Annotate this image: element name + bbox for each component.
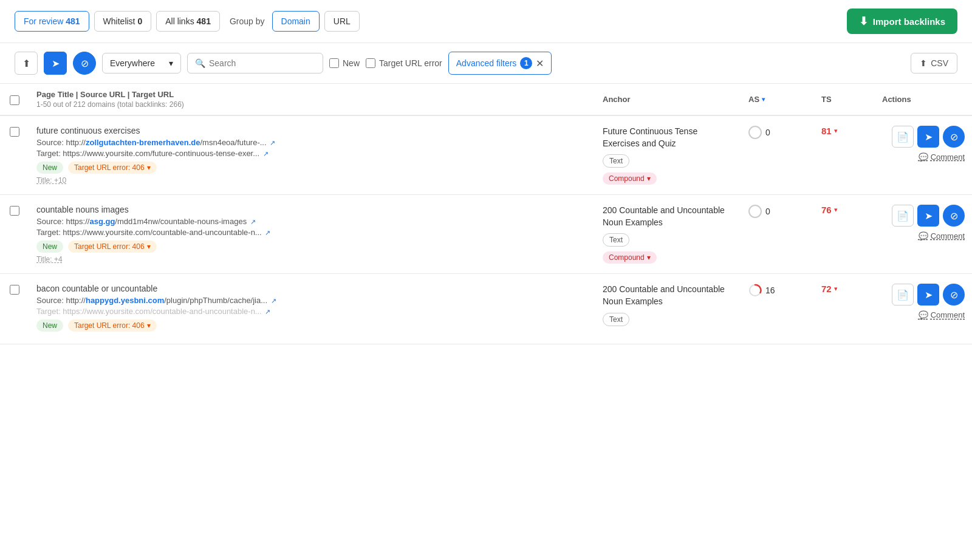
row3-anchor-type: Text: [603, 313, 629, 326]
row1-tag-error[interactable]: Target URL error: 406 ▾: [68, 162, 157, 174]
advanced-filters-button[interactable]: Advanced filters 1 ✕: [448, 52, 552, 75]
tab-all-links[interactable]: All links 481: [156, 11, 220, 32]
row2-block-icon-btn[interactable]: ⊘: [943, 205, 965, 227]
table-row: countable nouns images Source: https://a…: [0, 195, 972, 274]
csv-upload-icon: ⬆: [920, 58, 927, 68]
block-icon: ⊘: [81, 58, 89, 69]
row2-source-domain[interactable]: asg.gg: [89, 217, 115, 226]
new-filter-text: New: [343, 58, 360, 68]
row2-tag-error-text: Target URL error: 406: [74, 242, 145, 251]
row2-checkbox[interactable]: [10, 206, 19, 216]
tab-for-review-count: 481: [66, 16, 80, 26]
everywhere-label: Everywhere: [110, 58, 155, 68]
tab-all-links-count: 481: [197, 16, 211, 26]
import-backlinks-label: Import backlinks: [873, 16, 945, 27]
row1-comment-text: Comment: [931, 152, 965, 162]
row3-actions-cell: 📄 ➤ ⊘ 💬 Comment: [875, 284, 972, 319]
row3-as-count: 16: [765, 285, 775, 295]
row1-tags: New Target URL error: 406 ▾: [36, 162, 588, 174]
row2-anchor-title: 200 Countable and Uncountable Noun Examp…: [603, 205, 734, 228]
row3-comment-text: Comment: [931, 310, 965, 319]
tab-whitelist[interactable]: Whitelist 0: [94, 11, 152, 32]
row2-actions-cell: 📄 ➤ ⊘ 💬 Comment: [875, 205, 972, 241]
everywhere-dropdown[interactable]: Everywhere ▾: [102, 53, 181, 73]
ext-link-icon[interactable]: ↗: [270, 139, 275, 146]
row2-anchor-cell: 200 Countable and Uncountable Noun Examp…: [595, 205, 741, 264]
block-icon-btn[interactable]: ⊘: [73, 52, 96, 75]
row2-title-plus[interactable]: Title: +4: [36, 255, 588, 264]
row3-comment-link[interactable]: 💬 Comment: [919, 310, 965, 319]
row1-ts-val: 81: [821, 126, 832, 136]
table-row: future continuous exercises Source: http…: [0, 116, 972, 195]
new-filter-checkbox[interactable]: [329, 58, 339, 68]
row1-anchor-cell: Future Continuous Tense Exercises and Qu…: [595, 126, 741, 185]
row1-block-icon-btn[interactable]: ⊘: [943, 126, 965, 148]
ext-link-icon-3[interactable]: ↗: [250, 218, 256, 225]
export-icon-btn[interactable]: ⬆: [15, 52, 38, 75]
row1-actions-cell: 📄 ➤ ⊘ 💬 Comment: [875, 126, 972, 162]
row1-doc-icon-btn[interactable]: 📄: [892, 126, 914, 148]
row2-anchor-type: Text: [603, 233, 629, 247]
row1-target-url: Target: https://www.yoursite.com/future-…: [36, 149, 588, 158]
row1-send-icon-btn[interactable]: ➤: [917, 126, 939, 148]
row3-doc-icon-btn[interactable]: 📄: [892, 284, 914, 306]
tab-whitelist-label: Whitelist: [103, 16, 135, 26]
backlinks-table: Page Title | Source URL | Target URL 1-5…: [0, 84, 972, 344]
row1-action-icons: 📄 ➤ ⊘: [892, 126, 965, 148]
search-icon: 🔍: [195, 58, 205, 68]
target-url-error-checkbox[interactable]: [366, 58, 375, 68]
advanced-filters-close-icon[interactable]: ✕: [536, 58, 544, 69]
row3-block-icon-btn[interactable]: ⊘: [943, 284, 965, 306]
row3-send-icon-btn[interactable]: ➤: [917, 284, 939, 306]
ext-link-icon-4[interactable]: ↗: [265, 229, 270, 236]
group-btn-domain[interactable]: Domain: [272, 11, 320, 32]
sort-arrow-icon: ▾: [762, 96, 765, 103]
chevron-down-icon: ▾: [647, 253, 651, 262]
row1-compound-tag[interactable]: Compound ▾: [603, 172, 657, 185]
ext-link-icon-6[interactable]: ↗: [265, 308, 270, 315]
row2-send-icon-btn[interactable]: ➤: [917, 205, 939, 227]
row2-as-radio: [748, 205, 762, 218]
row1-target-path: https://www.yoursite.com/future-continuo…: [63, 149, 259, 158]
csv-export-button[interactable]: ⬆ CSV: [911, 53, 957, 73]
search-input[interactable]: [209, 58, 315, 68]
row3-tag-error[interactable]: Target URL error: 406 ▾: [68, 319, 157, 332]
group-btn-url[interactable]: URL: [324, 11, 360, 32]
row3-checkbox[interactable]: [10, 285, 19, 295]
row3-as-cell: 16: [741, 284, 814, 297]
row1-as-radio: [748, 126, 762, 139]
tab-for-review[interactable]: Page Title | Source URL | Target URL For…: [15, 11, 89, 32]
row3-target-path: https://www.yoursite.com/countable-and-u…: [63, 307, 261, 316]
send-icon-btn[interactable]: ➤: [44, 52, 67, 75]
new-filter-label[interactable]: New: [329, 58, 360, 68]
row2-doc-icon-btn[interactable]: 📄: [892, 205, 914, 227]
import-backlinks-button[interactable]: ⬇ Import backlinks: [847, 9, 957, 34]
row1-checkbox[interactable]: [10, 127, 19, 137]
ext-link-icon-5[interactable]: ↗: [271, 297, 276, 304]
tab-all-links-label: All links: [165, 16, 194, 26]
target-url-error-filter-label[interactable]: Target URL error: [366, 58, 442, 68]
row1-source-domain[interactable]: zollgutachten-bremerhaven.de: [86, 138, 200, 147]
row1-comment-link[interactable]: 💬 Comment: [919, 152, 965, 162]
row3-source-domain[interactable]: happygd.yesbni.com: [86, 296, 164, 305]
row3-source-label: Source: http://: [36, 296, 86, 305]
row1-tag-error-text: Target URL error: 406: [74, 163, 145, 172]
row2-source-label: Source: https://: [36, 217, 89, 226]
row2-source-path: /mdd1m4nw/countable-nouns-images: [115, 217, 247, 226]
row1-title-plus[interactable]: Title: +10: [36, 176, 588, 185]
row3-page-title: bacon countable or uncountable: [36, 284, 588, 293]
header-checkbox-cell: [0, 94, 29, 105]
header-as[interactable]: AS ▾: [741, 95, 814, 104]
filter-bar: ⬆ ➤ ⊘ Everywhere ▾ 🔍 New Target URL erro…: [0, 43, 972, 84]
header-title-text: Page Title | Source URL | Target URL: [36, 90, 588, 99]
ext-link-icon-2[interactable]: ↗: [263, 150, 269, 157]
row2-tag-error[interactable]: Target URL error: 406 ▾: [68, 241, 157, 253]
advanced-filters-badge: 1: [520, 57, 532, 69]
row1-checkbox-cell: [0, 126, 29, 137]
row2-compound-tag[interactable]: Compound ▾: [603, 251, 657, 264]
advanced-filters-label: Advanced filters: [456, 58, 517, 68]
row3-source-url: Source: http://happygd.yesbni.com/plugin…: [36, 296, 588, 305]
row2-comment-link[interactable]: 💬 Comment: [919, 231, 965, 241]
row3-anchor-title: 200 Countable and Uncountable Noun Examp…: [603, 284, 734, 307]
select-all-checkbox[interactable]: [10, 95, 19, 105]
